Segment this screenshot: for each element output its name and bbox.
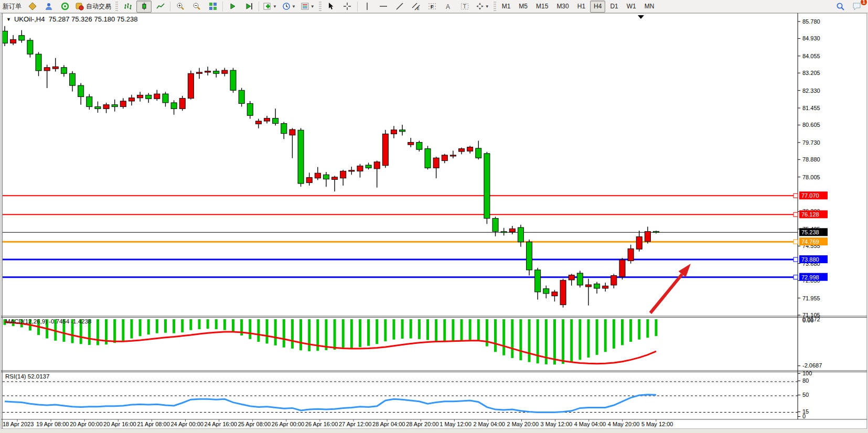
line-handle[interactable] [794, 275, 798, 279]
macd-histogram-bar [519, 319, 522, 360]
macd-histogram-bar [173, 319, 175, 333]
rsi-scale-label: 0 [802, 413, 806, 419]
candle-body [585, 285, 591, 287]
line-handle[interactable] [794, 257, 798, 262]
tile-windows-button[interactable] [205, 1, 220, 13]
svg-text:A: A [446, 3, 450, 10]
macd-histogram-bar [426, 319, 429, 340]
rsi-scale-label: 50 [802, 392, 809, 398]
signals-button[interactable] [57, 1, 72, 13]
notifications-button[interactable]: 1 [849, 1, 864, 13]
candle-body [137, 95, 143, 98]
macd-histogram-bar [587, 319, 590, 358]
crosshair-tool-button[interactable] [340, 1, 355, 13]
zoom-in-button[interactable] [173, 1, 188, 13]
auto-scroll-button[interactable] [225, 1, 240, 13]
macd-histogram-bar [122, 319, 124, 341]
candle-body [128, 98, 134, 101]
candle-body [340, 171, 346, 178]
candle-body [87, 96, 92, 106]
timeframe-D1[interactable]: D1 [606, 1, 621, 13]
macd-histogram-bar [350, 319, 353, 348]
profile-button[interactable] [41, 1, 56, 13]
chart-shift-button[interactable] [241, 1, 256, 13]
candle-body [10, 39, 16, 43]
toolbar-grip [115, 2, 118, 12]
candle-body [323, 175, 329, 179]
bar-chart-mode-button[interactable] [120, 1, 135, 13]
rsi-scale-label: 100 [802, 370, 812, 376]
time-tick-label: 24 Apr 16:00 [205, 421, 237, 427]
text-icon: A [444, 2, 453, 10]
macd-histogram-bar [257, 319, 260, 342]
search-button[interactable] [833, 1, 848, 13]
macd-histogram-bar [511, 319, 513, 358]
candle-body [560, 280, 566, 305]
price-line-label: 75.238 [801, 229, 819, 235]
time-tick-label: 24 Apr 00:00 [171, 421, 203, 427]
text-tool-button[interactable]: A [441, 1, 456, 13]
arrows-tool-button[interactable]: ▼ [474, 1, 491, 13]
period-button[interactable]: ▼ [280, 1, 298, 13]
cursor-tool-button[interactable] [324, 1, 339, 13]
timeframe-M15[interactable]: M15 [532, 1, 552, 13]
candle-body [391, 130, 397, 134]
candle-body [264, 118, 270, 121]
timeframe-H4[interactable]: H4 [590, 1, 605, 13]
new-order-button[interactable]: 新订单 [1, 1, 24, 13]
add-indicator-button[interactable]: ▼ [261, 1, 279, 13]
timeframe-M1[interactable]: M1 [498, 1, 515, 13]
time-tick-label: 19 Apr 08:00 [36, 421, 69, 427]
fibonacci-tool-button[interactable]: F [425, 1, 440, 13]
candle-body [52, 67, 58, 69]
timeframe-M5[interactable]: M5 [515, 1, 531, 13]
rsi-label: RSI(14) 52.0137 [5, 373, 49, 380]
timeframe-M30[interactable]: M30 [553, 1, 572, 13]
timeframe-H1[interactable]: H1 [574, 1, 589, 13]
symbol-dropdown-icon[interactable]: ▼ [6, 17, 11, 22]
channel-tool-button[interactable]: E [409, 1, 424, 13]
candle-body [298, 130, 304, 183]
zoom-out-button[interactable] [189, 1, 204, 13]
price-tick-label: 84.930 [802, 35, 820, 41]
line-chart-mode-button[interactable] [153, 1, 168, 13]
candle-body [163, 94, 168, 103]
candle-body [509, 229, 515, 232]
tile-windows-icon [209, 2, 217, 10]
macd-histogram-bar [562, 319, 564, 364]
time-tick-label: 27 Apr 12:00 [339, 421, 371, 427]
candle-body [179, 99, 185, 109]
zoom-in-icon [176, 2, 185, 10]
candlestick-mode-button[interactable] [136, 1, 152, 13]
line-handle[interactable] [794, 193, 798, 198]
horizontal-line-tool-button[interactable] [376, 1, 391, 13]
candle-body [366, 165, 371, 168]
vertical-line-icon [363, 2, 371, 10]
auto-trading-button[interactable]: 自动交易 [73, 1, 113, 13]
macd-histogram-bar [553, 319, 556, 364]
line-handle[interactable] [794, 240, 798, 244]
candle-body [416, 142, 422, 149]
timeframe-W1[interactable]: W1 [623, 1, 640, 13]
chart-canvas[interactable]: 85.78084.93084.05583.20582.33081.45580.6… [0, 0, 868, 433]
timeframe-MN[interactable]: MN [641, 1, 658, 13]
vertical-line-tool-button[interactable] [360, 1, 375, 13]
macd-histogram-bar [130, 319, 133, 339]
candle-body [230, 70, 236, 90]
trendline-tool-button[interactable] [392, 1, 408, 13]
macd-scale-bottom: -2.0687 [802, 362, 822, 369]
crosshair-icon [343, 2, 351, 10]
line-handle[interactable] [794, 212, 798, 216]
market-button[interactable] [25, 1, 40, 13]
price-tick-label: 80.605 [802, 122, 820, 128]
candle-body [535, 270, 541, 292]
status-bar [0, 429, 868, 433]
candle-body [467, 147, 473, 151]
text-label-tool-button[interactable]: T [457, 1, 473, 13]
time-tick-label: 5 May 12:00 [641, 421, 673, 427]
macd-histogram-bar [325, 319, 327, 350]
candle-body [196, 72, 202, 73]
macd-histogram-bar [384, 319, 387, 341]
ohlc-bars-icon [124, 2, 132, 10]
template-button[interactable]: ▼ [299, 1, 317, 13]
